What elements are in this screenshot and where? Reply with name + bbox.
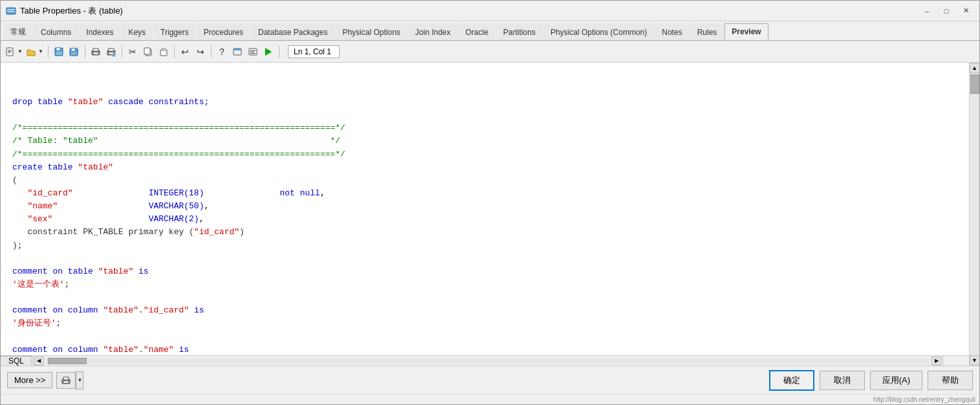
svg-text:✓: ✓	[113, 54, 115, 57]
more-button[interactable]: More >>	[7, 372, 52, 388]
vertical-scrollbar: ▲ ▼	[969, 63, 979, 366]
svg-rect-23	[144, 48, 150, 54]
horizontal-scrollbar-area: SQL ◀ ▶	[1, 355, 969, 366]
toolbar: ▼ ▼ ✓ ✂ ↩ ↪	[1, 41, 979, 63]
separator-3	[122, 45, 122, 58]
new-dropdown: ▼	[5, 45, 24, 59]
sql-tab-label: SQL	[8, 356, 24, 366]
ok-label: 确定	[783, 375, 800, 385]
svg-rect-25	[162, 49, 166, 50]
svg-rect-5	[8, 51, 12, 52]
close-button[interactable]: ✕	[957, 5, 974, 17]
tab-physical-options[interactable]: Physical Options	[335, 23, 407, 40]
new-dropdown-arrow[interactable]: ▼	[16, 45, 24, 59]
new-button[interactable]	[5, 45, 16, 59]
title-bar: Table Properties - 表 (table) – □ ✕	[1, 1, 979, 21]
horizontal-scroll-track	[45, 358, 930, 364]
open-button[interactable]	[25, 45, 37, 59]
main-window: Table Properties - 表 (table) – □ ✕ 常规 Co…	[0, 0, 980, 405]
editor-container: drop table "table" cascade constraints; …	[1, 63, 979, 366]
status-strip: http://blog.csdn.net/entry_zhengquli	[1, 394, 979, 404]
svg-rect-34	[63, 377, 69, 380]
cancel-label: 取消	[834, 375, 851, 385]
tab-notes[interactable]: Notes	[655, 23, 689, 40]
separator-5	[211, 45, 212, 58]
restore-button[interactable]: □	[938, 5, 955, 17]
scroll-corner	[943, 356, 969, 366]
svg-rect-29	[250, 50, 256, 51]
tab-triggers[interactable]: Triggers	[153, 23, 196, 40]
status-url: http://blog.csdn.net/entry_zhengquli	[873, 396, 975, 403]
svg-marker-32	[265, 48, 272, 56]
scroll-right-button[interactable]: ▶	[931, 356, 942, 366]
tab-oracle[interactable]: Oracle	[459, 23, 495, 40]
tab-columns[interactable]: Columns	[34, 23, 78, 40]
cut-button[interactable]: ✂	[125, 45, 140, 59]
window-icon	[6, 6, 16, 16]
undo-button[interactable]: ↩	[178, 45, 192, 59]
horizontal-scroll-thumb[interactable]	[48, 358, 87, 364]
minimize-button[interactable]: –	[919, 5, 935, 17]
paste-button[interactable]	[157, 45, 171, 59]
apply-label: 应用(A)	[882, 375, 910, 385]
cancel-button[interactable]: 取消	[820, 371, 865, 390]
copy-button[interactable]	[141, 45, 155, 59]
open-dropdown-arrow[interactable]: ▼	[37, 45, 45, 59]
ok-button[interactable]: 确定	[769, 370, 814, 391]
code-content: drop table "table" cascade constraints; …	[6, 92, 964, 355]
tab-physical-options-common[interactable]: Physical Options (Common)	[543, 23, 654, 40]
open-dropdown: ▼	[25, 45, 45, 59]
scroll-down-button[interactable]: ▼	[970, 355, 980, 366]
tab-keys[interactable]: Keys	[121, 23, 153, 40]
tab-general[interactable]: 常规	[3, 23, 33, 40]
window-title: Table Properties - 表 (table)	[20, 5, 919, 17]
apply-button[interactable]: 应用(A)	[870, 371, 922, 390]
svg-rect-4	[8, 50, 12, 50]
scroll-left-button[interactable]: ◀	[34, 356, 44, 366]
print-toolbar-dropdown-arrow[interactable]: ▼	[76, 371, 83, 389]
position-label: Ln 1, Col 1	[288, 45, 340, 58]
scroll-up-button[interactable]: ▲	[970, 63, 980, 73]
tab-database-packages[interactable]: Database Packages	[251, 23, 334, 40]
vertical-scroll-thumb[interactable]	[970, 74, 979, 94]
tab-rules[interactable]: Rules	[690, 23, 724, 40]
tab-procedures[interactable]: Procedures	[197, 23, 250, 40]
action-bar: More >> ▼ 确定 取消 应用(A) 帮助	[1, 366, 979, 394]
view-button[interactable]	[230, 45, 245, 59]
tab-partitions[interactable]: Partitions	[496, 23, 543, 40]
sql-tab[interactable]: SQL	[1, 356, 32, 366]
more-label: More >>	[14, 375, 45, 385]
svg-rect-18	[109, 49, 114, 51]
separator-6	[279, 45, 279, 58]
tab-join-index[interactable]: Join Index	[408, 23, 458, 40]
help-label: 帮助	[942, 375, 959, 385]
print-toolbar-button[interactable]	[56, 372, 76, 389]
tab-preview[interactable]: Preview	[724, 23, 768, 40]
svg-rect-1	[7, 9, 15, 10]
separator-4	[174, 45, 175, 58]
code-area[interactable]: drop table "table" cascade constraints; …	[1, 63, 969, 355]
redo-button[interactable]: ↪	[193, 45, 208, 59]
tabs-row: 常规 Columns Indexes Keys Triggers Procedu…	[1, 21, 979, 41]
help-action-button[interactable]: 帮助	[928, 371, 973, 390]
help-button[interactable]: ?	[215, 45, 229, 59]
svg-rect-8	[56, 48, 60, 50]
tab-indexes[interactable]: Indexes	[79, 23, 120, 40]
run-button[interactable]	[261, 45, 276, 59]
save-all-button[interactable]	[67, 45, 82, 59]
print-button[interactable]	[89, 45, 103, 59]
svg-rect-35	[63, 381, 69, 383]
editor-main: drop table "table" cascade constraints; …	[1, 63, 969, 366]
window-controls: – □ ✕	[919, 5, 974, 17]
svg-rect-30	[250, 52, 254, 52]
save-button[interactable]	[52, 45, 66, 59]
print-setup-button[interactable]: ✓	[104, 45, 118, 59]
edit-button[interactable]	[246, 45, 260, 59]
svg-rect-12	[71, 52, 77, 55]
svg-rect-6	[8, 52, 10, 53]
svg-rect-2	[7, 11, 15, 12]
svg-rect-27	[234, 49, 241, 50]
svg-rect-9	[56, 52, 62, 55]
svg-rect-15	[93, 49, 98, 51]
horizontal-scrollbar[interactable]: ◀ ▶	[32, 356, 943, 366]
